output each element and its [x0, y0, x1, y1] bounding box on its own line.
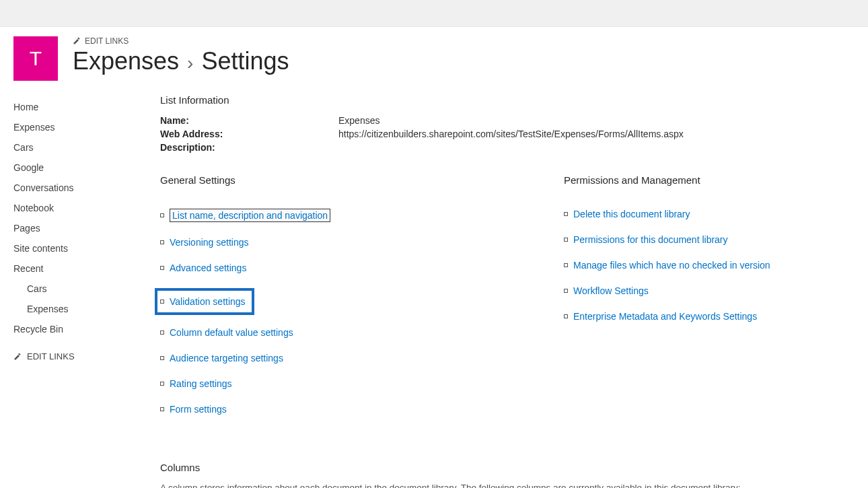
setting-item-form: Form settings [160, 404, 537, 415]
nav-item-recent[interactable]: Recent [13, 258, 148, 279]
nav-list: Home Expenses Cars Google Conversations … [13, 97, 148, 339]
nav-item-expenses[interactable]: Expenses [13, 117, 148, 137]
nav-item-recycle-bin[interactable]: Recycle Bin [13, 319, 148, 339]
link-versioning-settings[interactable]: Versioning settings [170, 237, 249, 248]
nav-item-recent-expenses[interactable]: Expenses [13, 299, 148, 319]
general-settings-col: General Settings List name, description … [160, 174, 537, 429]
breadcrumb-parent[interactable]: Expenses [73, 47, 179, 75]
nav-item-home[interactable]: Home [13, 97, 148, 117]
columns-section: Columns A column stores information abou… [160, 462, 855, 488]
content-area: Home Expenses Cars Google Conversations … [0, 94, 868, 488]
setting-item-column-default: Column default value settings [160, 327, 537, 338]
link-rating-settings[interactable]: Rating settings [170, 378, 232, 389]
bullet-icon [564, 212, 568, 216]
header-text: EDIT LINKS Expenses › Settings [73, 36, 289, 75]
general-settings-heading: General Settings [160, 174, 537, 186]
pencil-icon [13, 353, 22, 361]
settings-columns: General Settings List name, description … [160, 174, 855, 429]
nav-item-conversations[interactable]: Conversations [13, 178, 148, 198]
link-permissions-library[interactable]: Permissions for this document library [573, 234, 728, 245]
info-web-label: Web Address: [160, 129, 338, 139]
nav-item-pages[interactable]: Pages [13, 218, 148, 238]
breadcrumb: Expenses › Settings [73, 47, 289, 75]
info-name-value: Expenses [338, 115, 379, 126]
bullet-icon [160, 266, 164, 270]
bullet-icon [564, 289, 568, 293]
nav-item-cars[interactable]: Cars [13, 137, 148, 158]
setting-item-workflow: Workflow Settings [564, 285, 855, 296]
bullet-icon [160, 300, 164, 304]
edit-links-label: EDIT LINKS [85, 36, 129, 46]
site-logo-letter: T [30, 47, 42, 70]
page-header: T EDIT LINKS Expenses › Settings [0, 27, 868, 94]
bullet-icon [564, 238, 568, 242]
link-column-default-settings[interactable]: Column default value settings [170, 327, 293, 338]
bullet-icon [160, 382, 164, 386]
setting-item-manage-files: Manage files which have no checked in ve… [564, 260, 855, 271]
setting-item-audience: Audience targeting settings [160, 353, 537, 363]
bullet-icon [564, 314, 568, 318]
setting-item-enterprise-metadata: Enterprise Metadata and Keywords Setting… [564, 311, 855, 322]
info-row-desc: Description: [160, 142, 855, 153]
info-web-value: https://citizenbuilders.sharepoint.com/s… [338, 129, 684, 139]
link-audience-targeting[interactable]: Audience targeting settings [170, 353, 283, 363]
setting-item-list-name: List name, description and navigation [160, 209, 537, 222]
pencil-icon [73, 37, 81, 45]
bullet-icon [160, 213, 164, 217]
link-workflow-settings[interactable]: Workflow Settings [573, 285, 649, 296]
link-list-name-description[interactable]: List name, description and navigation [170, 209, 330, 222]
edit-links-button-top[interactable]: EDIT LINKS [73, 36, 289, 46]
site-logo[interactable]: T [13, 36, 58, 81]
link-delete-library[interactable]: Delete this document library [573, 209, 690, 219]
link-advanced-settings[interactable]: Advanced settings [170, 263, 246, 273]
bullet-icon [160, 356, 164, 360]
setting-item-versioning: Versioning settings [160, 237, 537, 248]
bullet-icon [160, 407, 164, 411]
left-nav: Home Expenses Cars Google Conversations … [13, 94, 148, 488]
link-manage-files[interactable]: Manage files which have no checked in ve… [573, 260, 770, 271]
info-desc-label: Description: [160, 142, 338, 153]
info-row-web: Web Address: https://citizenbuilders.sha… [160, 129, 855, 139]
bullet-icon [160, 240, 164, 244]
highlighted-validation-box: Validation settings [155, 288, 254, 315]
link-enterprise-metadata[interactable]: Enterprise Metadata and Keywords Setting… [573, 311, 757, 322]
nav-item-notebook[interactable]: Notebook [13, 198, 148, 218]
link-validation-settings[interactable]: Validation settings [170, 296, 246, 307]
info-row-name: Name: Expenses [160, 115, 855, 126]
bullet-icon [160, 330, 164, 335]
chevron-right-icon: › [187, 53, 193, 74]
columns-heading: Columns [160, 462, 855, 473]
permissions-heading: Permissions and Management [564, 174, 855, 186]
permissions-col: Permissions and Management Delete this d… [564, 174, 855, 429]
nav-item-recent-cars[interactable]: Cars [13, 279, 148, 299]
list-info-heading: List Information [160, 94, 855, 106]
breadcrumb-current: Settings [201, 47, 289, 75]
nav-item-google[interactable]: Google [13, 158, 148, 178]
columns-description: A column stores information about each d… [160, 483, 855, 488]
setting-item-delete-library: Delete this document library [564, 209, 855, 219]
info-name-label: Name: [160, 115, 338, 126]
edit-links-button-side[interactable]: EDIT LINKS [13, 351, 148, 361]
setting-item-permissions-library: Permissions for this document library [564, 234, 855, 245]
main-panel: List Information Name: Expenses Web Addr… [148, 94, 855, 488]
link-form-settings[interactable]: Form settings [170, 404, 227, 415]
nav-item-site-contents[interactable]: Site contents [13, 238, 148, 258]
edit-links-side-label: EDIT LINKS [27, 351, 75, 361]
suite-bar [0, 0, 868, 27]
setting-item-rating: Rating settings [160, 378, 537, 389]
setting-item-advanced: Advanced settings [160, 263, 537, 273]
bullet-icon [564, 263, 568, 267]
